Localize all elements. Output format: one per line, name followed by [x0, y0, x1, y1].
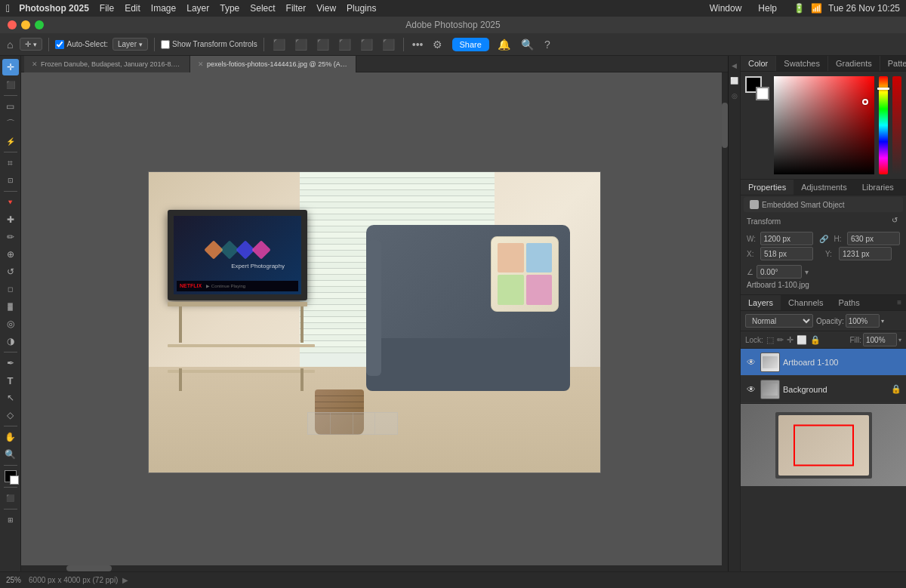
properties-collapse[interactable]: ≡ — [901, 180, 906, 195]
apple-menu[interactable]:  — [6, 2, 10, 14]
layer-vis-1[interactable]: 👁 — [745, 356, 757, 368]
move-tool[interactable]: ✛ — [2, 59, 19, 75]
angle-dropdown[interactable]: ▾ — [805, 268, 809, 276]
sidebar-icon-1[interactable]: ⬜ — [729, 75, 740, 86]
fill-input[interactable] — [863, 333, 897, 346]
hue-slider[interactable] — [879, 76, 888, 174]
maximize-button[interactable] — [35, 20, 44, 29]
tab-close-2[interactable]: ✕ — [198, 60, 204, 68]
more-options-icon[interactable]: ••• — [410, 37, 426, 52]
blend-mode-select[interactable]: Normal Multiply Screen Overlay — [745, 314, 813, 328]
align-center-icon[interactable]: ⬛ — [292, 37, 310, 52]
type-tool[interactable]: T — [2, 372, 19, 389]
lock-all-icon[interactable]: 🔒 — [810, 335, 821, 345]
frame-tool[interactable]: ⊡ — [2, 172, 19, 189]
canvas-area[interactable]: ✕ Frozen Danube, Budapest, January 2016-… — [21, 56, 728, 571]
help-icon[interactable]: ? — [542, 37, 553, 52]
edit-menu[interactable]: Edit — [125, 3, 140, 14]
layer-menu[interactable]: Layer — [186, 3, 209, 14]
background-swatch[interactable] — [756, 87, 769, 100]
file-menu[interactable]: File — [100, 3, 114, 14]
clone-tool[interactable]: ⊕ — [2, 246, 19, 263]
plugins-menu[interactable]: Plugins — [347, 3, 376, 14]
canvas-scrollbar-v[interactable] — [722, 72, 728, 571]
layer-vis-2[interactable]: 👁 — [745, 383, 757, 396]
auto-select-input[interactable] — [55, 40, 64, 49]
screen-mode-tool[interactable]: ⊞ — [2, 512, 19, 528]
w-input[interactable] — [760, 232, 813, 245]
libraries-tab[interactable]: Libraries — [855, 180, 901, 195]
eyedropper-tool[interactable]: 🔻 — [2, 194, 19, 211]
filter-menu[interactable]: Filter — [286, 3, 307, 14]
transform-header[interactable]: Transform ↺ — [741, 214, 906, 229]
lock-image-icon[interactable]: ✏ — [777, 335, 784, 345]
canvas-scrollbar-h[interactable] — [21, 565, 722, 571]
hand-tool[interactable]: ✋ — [2, 429, 19, 445]
app-menu[interactable]: Photoshop 2025 — [19, 3, 89, 14]
view-menu[interactable]: View — [316, 3, 336, 14]
layers-collapse[interactable]: ≡ — [892, 295, 906, 310]
status-arrow[interactable]: ▶ — [122, 576, 128, 584]
paths-tab[interactable]: Paths — [831, 295, 867, 310]
shape-tool[interactable]: ◇ — [2, 407, 19, 423]
fg-bg-swatches[interactable] — [745, 76, 769, 100]
lasso-tool[interactable]: ⌒ — [2, 115, 19, 132]
settings-icon[interactable]: ⚙ — [430, 37, 445, 52]
quick-mask-tool[interactable]: ⬛ — [2, 490, 19, 506]
eraser-tool[interactable]: ◻ — [2, 281, 19, 297]
canvas-content[interactable]: Expert Photography NETFLIX ▶ Continue Pl… — [21, 72, 728, 571]
align-right-icon[interactable]: ⬛ — [314, 37, 331, 52]
dodge-tool[interactable]: ◑ — [2, 333, 19, 349]
fill-dropdown[interactable]: ▾ — [898, 337, 901, 343]
tab-frozen-danube[interactable]: ✕ Frozen Danube, Budapest, January 2016-… — [24, 56, 190, 72]
tab-pexels[interactable]: ✕ pexels-fotios-photos-1444416.jpg @ 25%… — [190, 56, 356, 72]
close-button[interactable] — [8, 20, 17, 29]
link-icon[interactable]: 🔗 — [816, 235, 831, 243]
align-middle-icon[interactable]: ⬛ — [358, 37, 375, 52]
notifications-icon[interactable]: 🔔 — [495, 37, 513, 52]
align-top-icon[interactable]: ⬛ — [336, 37, 353, 52]
properties-tab[interactable]: Properties — [741, 180, 794, 195]
layer-artboard[interactable]: 👁 Artboard 1-100 — [741, 349, 906, 376]
healing-tool[interactable]: ✚ — [2, 211, 19, 228]
history-brush-tool[interactable]: ↺ — [2, 263, 19, 280]
opacity-input[interactable] — [846, 314, 880, 328]
collapse-icon[interactable]: ◀ — [730, 60, 738, 71]
quick-select-tool[interactable]: ⚡ — [2, 133, 19, 149]
select-menu[interactable]: Select — [250, 3, 275, 14]
marquee-tool[interactable]: ▭ — [2, 98, 19, 115]
lock-position-icon[interactable]: ✛ — [787, 335, 794, 345]
type-menu[interactable]: Type — [220, 3, 239, 14]
layer-dropdown[interactable]: Layer ▾ — [112, 38, 148, 51]
opacity-dropdown[interactable]: ▾ — [881, 318, 884, 325]
help-menu[interactable]: Help — [758, 3, 777, 14]
foreground-color[interactable] — [2, 468, 19, 485]
swatches-tab[interactable]: Swatches — [776, 56, 828, 71]
patterns-tab[interactable]: Patterns — [880, 56, 906, 71]
alpha-slider[interactable] — [892, 76, 901, 174]
x-input[interactable] — [760, 247, 813, 260]
lock-transparency-icon[interactable]: ⬚ — [766, 335, 774, 345]
show-transform-input[interactable] — [161, 40, 170, 49]
gradients-tab[interactable]: Gradients — [828, 56, 880, 71]
angle-input[interactable] — [757, 265, 802, 279]
auto-select-checkbox[interactable]: Auto-Select: — [55, 40, 107, 49]
home-icon[interactable]: ⌂ — [5, 37, 15, 52]
h-input[interactable] — [847, 232, 900, 245]
path-select-tool[interactable]: ↖ — [2, 389, 19, 406]
show-transform-checkbox[interactable]: Show Transform Controls — [161, 40, 257, 49]
adjustments-tab[interactable]: Adjustments — [794, 180, 855, 195]
window-menu[interactable]: Window — [710, 3, 742, 14]
color-tab[interactable]: Color — [741, 56, 776, 71]
layers-tab[interactable]: Layers — [741, 295, 781, 310]
layer-background[interactable]: 👁 Background 🔒 — [741, 376, 906, 403]
transform-reset-icon[interactable]: ↺ — [889, 216, 900, 226]
zoom-tool[interactable]: 🔍 — [2, 446, 19, 463]
channels-tab[interactable]: Channels — [781, 295, 830, 310]
artboard-tool[interactable]: ⬛ — [2, 76, 19, 93]
align-left-icon[interactable]: ⬛ — [270, 37, 288, 52]
tab-close-1[interactable]: ✕ — [32, 60, 38, 68]
gradient-tool[interactable]: ▓ — [2, 298, 19, 315]
crop-tool[interactable]: ⌗ — [2, 155, 19, 171]
search-icon[interactable]: 🔍 — [519, 37, 536, 52]
